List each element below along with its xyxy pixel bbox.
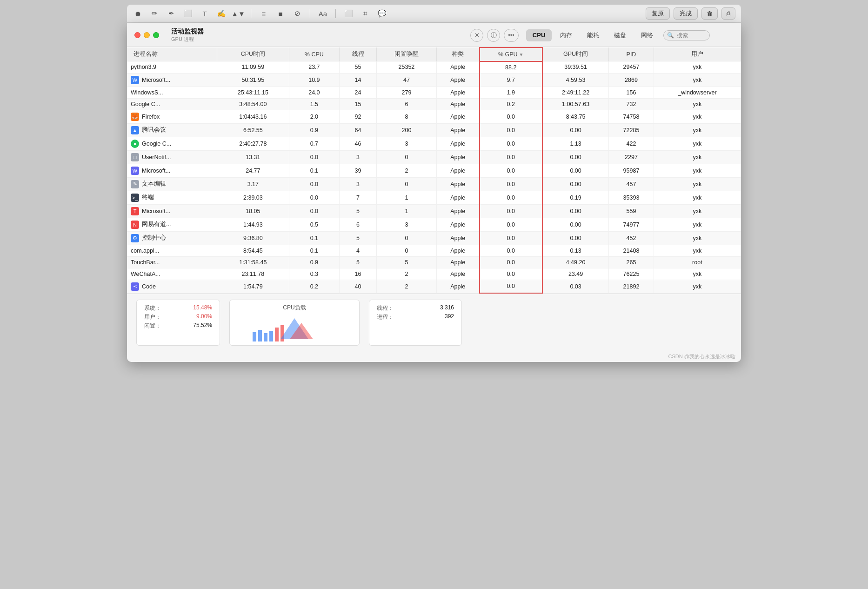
more-icon[interactable]: ••• bbox=[504, 29, 519, 42]
table-row[interactable]: TMicrosoft...18.050.051Apple0.00.00559yx… bbox=[127, 204, 741, 218]
cell-cpu_time: 3:48:54.00 bbox=[217, 98, 289, 110]
border-icon[interactable]: ≡ bbox=[259, 8, 269, 19]
col-header-gpu_time[interactable]: GPU时间 bbox=[542, 47, 609, 61]
table-row[interactable]: Google C...3:48:54.001.5156Apple0.21:00:… bbox=[127, 98, 741, 110]
table-row[interactable]: WeChatA...23:11.780.3162Apple0.023.49762… bbox=[127, 268, 741, 280]
text-icon[interactable]: T bbox=[200, 8, 210, 19]
cell-name: ≺Code bbox=[127, 280, 217, 293]
col-header-pid[interactable]: PID bbox=[609, 47, 654, 61]
table-row[interactable]: ✎文本编辑3.170.030Apple0.00.00457yxk bbox=[127, 177, 741, 191]
col-header-name[interactable]: 进程名称 bbox=[127, 47, 217, 61]
share-button[interactable]: ⎙ bbox=[721, 7, 735, 20]
table-row[interactable]: ⚙控制中心9:36.800.150Apple0.00.00452yxk bbox=[127, 231, 741, 245]
proc-name: Microsoft... bbox=[142, 208, 170, 214]
cell-idle_wake: 0 bbox=[377, 231, 437, 245]
cell-cpu_pct: 0.5 bbox=[289, 218, 339, 231]
table-row[interactable]: WMicrosoft...24.770.1392Apple0.00.009598… bbox=[127, 164, 741, 177]
user-val: 9.00% bbox=[196, 313, 212, 321]
nav-tab-网络[interactable]: 网络 bbox=[634, 29, 660, 41]
cell-idle_wake: 3 bbox=[377, 218, 437, 231]
table-row[interactable]: WMicrosoft...50:31.9510.91447Apple9.74:5… bbox=[127, 73, 741, 87]
pen2-icon[interactable]: ✒ bbox=[166, 8, 176, 19]
window-icon[interactable]: ⬜ bbox=[343, 8, 354, 19]
cell-pid: 2297 bbox=[609, 150, 654, 164]
cell-cpu_pct: 1.5 bbox=[289, 98, 339, 110]
separator3 bbox=[335, 9, 336, 18]
proc-cell: ✎文本编辑 bbox=[131, 180, 213, 188]
table-row[interactable]: >_终端2:39.030.071Apple0.00.1935393yxk bbox=[127, 191, 741, 204]
proc-icon: ▲ bbox=[131, 126, 139, 134]
col-header-cpu_time[interactable]: CPU时间 bbox=[217, 47, 289, 61]
cell-pid: 29457 bbox=[609, 61, 654, 74]
table-row[interactable]: python3.911:09.5923.75525352Apple88.239:… bbox=[127, 61, 741, 74]
table-row[interactable]: TouchBar...1:31:58.450.955Apple0.04:49.2… bbox=[127, 256, 741, 268]
proc-name: Google C... bbox=[142, 141, 171, 147]
cell-gpu_time: 4:49.20 bbox=[542, 256, 609, 268]
cell-gpu_pct: 0.0 bbox=[480, 218, 542, 231]
cell-type: Apple bbox=[436, 164, 479, 177]
shapes-icon[interactable]: ▲▼ bbox=[233, 8, 243, 19]
col-header-type[interactable]: 种类 bbox=[436, 47, 479, 61]
cell-type: Apple bbox=[436, 256, 479, 268]
cpu-chart bbox=[237, 314, 352, 341]
col-header-idle_wake[interactable]: 闲置唤醒 bbox=[377, 47, 437, 61]
cell-user: yxk bbox=[654, 123, 741, 137]
proc-icon: T bbox=[131, 207, 139, 215]
nav-tab-磁盘[interactable]: 磁盘 bbox=[608, 29, 633, 41]
cell-gpu_pct: 0.0 bbox=[480, 256, 542, 268]
threads-stats-box: 线程： 3,316 进程： 392 bbox=[369, 300, 462, 346]
delete-button[interactable]: 🗑 bbox=[701, 7, 718, 20]
cell-name: Google C... bbox=[127, 98, 217, 110]
proc-cell: Google C... bbox=[131, 101, 213, 107]
cell-pid: 452 bbox=[609, 231, 654, 245]
info-icon[interactable]: ⓘ bbox=[487, 29, 500, 42]
minimize-button[interactable] bbox=[144, 32, 150, 38]
cell-gpu_time: 0.00 bbox=[542, 177, 609, 191]
cell-pid: 21892 bbox=[609, 280, 654, 293]
cell-cpu_time: 23:11.78 bbox=[217, 268, 289, 280]
table-row[interactable]: ▲腾讯会议6:52.550.964200Apple0.00.0072285yxk bbox=[127, 123, 741, 137]
close-dialog-icon[interactable]: ✕ bbox=[470, 29, 483, 42]
cell-cpu_time: 24.77 bbox=[217, 164, 289, 177]
cell-user: root bbox=[654, 256, 741, 268]
cell-cpu_pct: 0.9 bbox=[289, 256, 339, 268]
frame-icon[interactable]: ⬜ bbox=[183, 8, 193, 19]
table-row[interactable]: 🦊Firefox1:04:43.162.0928Apple0.08:43.757… bbox=[127, 110, 741, 123]
close-button[interactable] bbox=[134, 32, 140, 38]
table-row[interactable]: com.appl...8:54.450.140Apple0.00.1321408… bbox=[127, 245, 741, 256]
col-header-cpu_pct[interactable]: % CPU bbox=[289, 47, 339, 61]
cell-threads: 5 bbox=[339, 231, 376, 245]
col-header-gpu_pct[interactable]: % GPU▼ bbox=[480, 47, 542, 61]
rect-icon[interactable]: ■ bbox=[275, 8, 286, 19]
cell-cpu_pct: 0.9 bbox=[289, 123, 339, 137]
svg-rect-5 bbox=[275, 328, 279, 341]
table-row[interactable]: WindowsS...25:43:11.1524.024279Apple1.92… bbox=[127, 87, 741, 98]
nav-tab-CPU[interactable]: CPU bbox=[526, 29, 552, 41]
col-header-threads[interactable]: 线程 bbox=[339, 47, 376, 61]
cell-cpu_pct: 2.0 bbox=[289, 110, 339, 123]
nav-tab-内存[interactable]: 内存 bbox=[554, 29, 579, 41]
slash-icon[interactable]: ⊘ bbox=[292, 8, 302, 19]
sign-icon[interactable]: ✍ bbox=[216, 8, 227, 19]
cell-threads: 14 bbox=[339, 73, 376, 87]
crop-icon[interactable]: ⌗ bbox=[360, 8, 370, 19]
pen-icon[interactable]: ✏ bbox=[149, 8, 160, 19]
cell-name: WMicrosoft... bbox=[127, 73, 217, 87]
cell-gpu_pct: 0.0 bbox=[480, 110, 542, 123]
maximize-button[interactable] bbox=[153, 32, 159, 38]
cell-threads: 3 bbox=[339, 177, 376, 191]
nav-tab-能耗[interactable]: 能耗 bbox=[581, 29, 606, 41]
table-row[interactable]: N网易有道...1:44.930.563Apple0.00.0074977yxk bbox=[127, 218, 741, 231]
font-icon[interactable]: Aa bbox=[318, 8, 328, 19]
cell-type: Apple bbox=[436, 177, 479, 191]
table-row[interactable]: ≺Code1:54.790.2402Apple0.00.0321892yxk bbox=[127, 280, 741, 293]
col-header-user[interactable]: 用户 bbox=[654, 47, 741, 61]
table-row[interactable]: ●Google C...2:40:27.780.7463Apple0.01.13… bbox=[127, 137, 741, 150]
restore-button[interactable]: 复原 bbox=[646, 7, 670, 20]
table-row[interactable]: □UserNotif...13.310.030Apple0.00.002297y… bbox=[127, 150, 741, 164]
cell-cpu_time: 1:44.93 bbox=[217, 218, 289, 231]
cell-cpu_pct: 0.1 bbox=[289, 231, 339, 245]
record-icon[interactable]: ⏺ bbox=[133, 8, 143, 19]
bubble-icon[interactable]: 💬 bbox=[377, 8, 387, 19]
done-button[interactable]: 完成 bbox=[674, 7, 698, 20]
